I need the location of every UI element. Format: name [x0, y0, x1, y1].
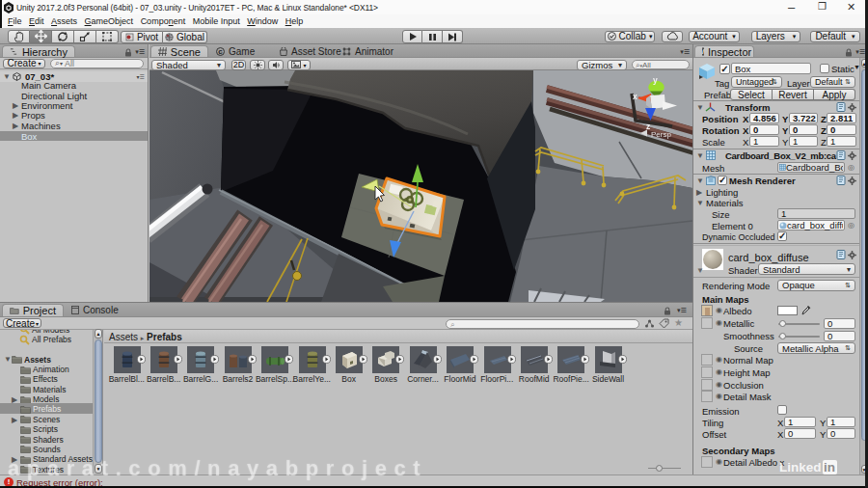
- svg-text:y: y: [653, 75, 658, 85]
- svg-text:z: z: [646, 122, 650, 131]
- svg-text:x: x: [633, 92, 637, 101]
- svg-text:Persp: Persp: [651, 130, 671, 139]
